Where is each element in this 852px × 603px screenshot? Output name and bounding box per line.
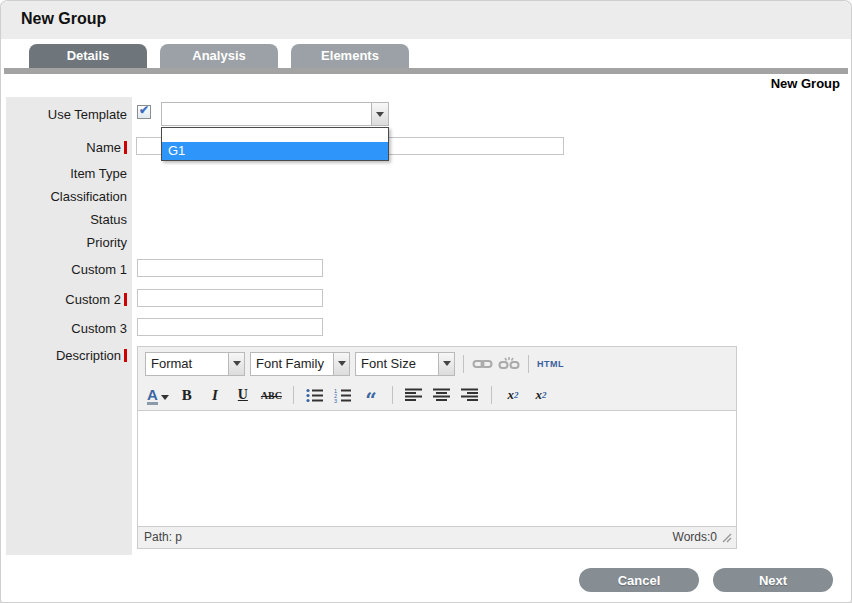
editor-content-area[interactable] — [138, 410, 736, 527]
tab-elements[interactable]: Elements — [291, 44, 409, 68]
chevron-down-icon — [233, 361, 241, 366]
tab-details[interactable]: Details — [29, 44, 147, 68]
align-right-icon[interactable] — [460, 385, 480, 405]
align-center-icon[interactable] — [432, 385, 452, 405]
bullet-list-icon[interactable] — [305, 385, 325, 405]
blockquote-icon[interactable]: “ — [361, 385, 381, 405]
label-classification: Classification — [6, 188, 130, 204]
required-marker — [124, 141, 127, 154]
editor-status-bar: Path: p Words:0 — [138, 527, 736, 547]
unlink-icon[interactable] — [498, 354, 520, 374]
custom-2-input[interactable] — [137, 289, 323, 307]
label-description: Description — [6, 347, 130, 363]
toolbar-separator — [293, 386, 294, 404]
align-left-icon[interactable] — [404, 385, 424, 405]
tab-analysis[interactable]: Analysis — [160, 44, 278, 68]
tab-strip-divider — [4, 68, 848, 74]
label-custom-3: Custom 3 — [6, 320, 130, 336]
label-use-template: Use Template — [6, 106, 130, 122]
chevron-down-icon — [161, 395, 169, 400]
editor-toolbar-row-1: Format Font Family Font Size HTML — [138, 347, 736, 380]
superscript-button[interactable]: x2 — [531, 385, 551, 405]
toolbar-separator — [463, 355, 464, 373]
new-group-window: New Group Details Analysis Elements New … — [0, 0, 852, 603]
strikethrough-button[interactable]: ABC — [261, 385, 282, 405]
label-priority: Priority — [6, 234, 130, 250]
html-source-button[interactable]: HTML — [537, 354, 564, 374]
label-custom-1: Custom 1 — [6, 261, 130, 277]
chevron-down-icon — [443, 361, 451, 366]
cancel-button[interactable]: Cancel — [579, 568, 699, 592]
link-icon[interactable] — [472, 354, 493, 374]
editor-word-count: Words:0 — [673, 530, 717, 544]
use-template-select[interactable] — [161, 102, 389, 126]
required-marker — [124, 293, 127, 306]
label-status: Status — [6, 211, 130, 227]
editor-path-status: Path: p — [144, 530, 182, 544]
bold-button[interactable]: B — [177, 385, 197, 405]
required-marker — [124, 349, 127, 362]
font-family-select[interactable]: Font Family — [250, 352, 350, 376]
label-name: Name — [6, 139, 130, 155]
page-title: New Group — [21, 10, 106, 28]
select-dropdown-button[interactable] — [371, 103, 388, 125]
chevron-down-icon — [338, 361, 346, 366]
toolbar-separator — [491, 386, 492, 404]
toolbar-separator — [392, 386, 393, 404]
label-item-type: Item Type — [6, 165, 130, 181]
subscript-button[interactable]: x2 — [503, 385, 523, 405]
svg-text:3: 3 — [334, 397, 337, 402]
chevron-down-icon — [376, 112, 384, 117]
dropdown-option-g1[interactable]: G1 — [162, 142, 388, 160]
font-color-button[interactable]: A — [147, 385, 169, 405]
italic-button[interactable]: I — [205, 385, 225, 405]
next-button[interactable]: Next — [713, 568, 833, 592]
description-editor: Format Font Family Font Size HTML — [137, 346, 737, 549]
toolbar-separator — [528, 355, 529, 373]
custom-1-input[interactable] — [137, 259, 323, 277]
underline-button[interactable]: U — [233, 385, 253, 405]
label-custom-2: Custom 2 — [6, 291, 130, 307]
dropdown-option-empty[interactable] — [162, 128, 388, 142]
custom-3-input[interactable] — [137, 318, 323, 336]
editor-toolbar-row-2: A B I U ABC 123 “ — [138, 380, 736, 410]
tab-strip: Details Analysis Elements — [29, 44, 409, 68]
window-titlebar: New Group — [1, 1, 851, 39]
use-template-checkbox[interactable]: ✔ — [137, 105, 151, 119]
format-select[interactable]: Format — [145, 352, 245, 376]
font-size-select[interactable]: Font Size — [355, 352, 455, 376]
use-template-dropdown-list: G1 — [161, 127, 389, 161]
numbered-list-icon[interactable]: 123 — [333, 385, 353, 405]
resize-grip-icon[interactable] — [721, 532, 732, 543]
section-title: New Group — [771, 76, 840, 91]
checkmark-icon: ✔ — [139, 103, 149, 117]
